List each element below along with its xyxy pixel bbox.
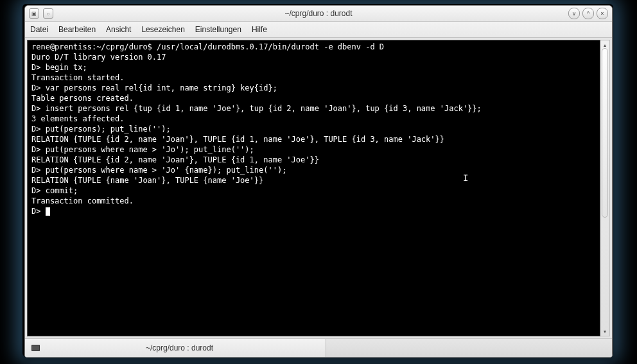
scrollbar[interactable]: ▴ ▾ xyxy=(600,40,610,336)
menubar: Datei Bearbeiten Ansicht Lesezeichen Ein… xyxy=(25,22,612,38)
scroll-track[interactable] xyxy=(600,48,609,328)
terminal-line: RELATION {TUPLE {id 2, name 'Joan'}, TUP… xyxy=(31,155,596,165)
menu-edit[interactable]: Bearbeiten xyxy=(58,25,96,34)
terminal-line: rene@prentiss:~/cprg/duro$ /usr/local/du… xyxy=(31,42,596,52)
terminal-line: D> xyxy=(31,206,596,216)
pin-button[interactable]: ○ xyxy=(43,8,53,19)
terminal-output[interactable]: rene@prentiss:~/cprg/duro$ /usr/local/du… xyxy=(27,40,600,336)
menu-bookmarks[interactable]: Lesezeichen xyxy=(141,25,184,34)
tab-label: ~/cprg/duro : durodt xyxy=(45,343,314,352)
scroll-down-icon[interactable]: ▾ xyxy=(602,328,608,334)
terminal-line: D> put(persons where name > 'Jo'); put_l… xyxy=(31,144,596,155)
terminal-line: D> put(persons); put_line(''); xyxy=(31,124,596,134)
titlebar: ▣ ○ ~/cprg/duro : durodt v ^ × xyxy=(25,6,612,22)
minimize-button[interactable]: v xyxy=(568,8,580,19)
tabbar: ~/cprg/duro : durodt xyxy=(25,338,612,357)
terminal-line: Transaction started. xyxy=(31,73,596,83)
terminal-line: RELATION {TUPLE {name 'Joan'}, TUPLE {na… xyxy=(31,175,596,186)
terminal-line: D> commit; xyxy=(31,186,596,196)
app-icon: ▣ xyxy=(29,8,39,19)
menu-settings[interactable]: Einstellungen xyxy=(195,25,241,34)
scroll-thumb[interactable] xyxy=(602,48,608,218)
terminal-line: Duro D/T library version 0.17 xyxy=(31,52,596,62)
close-button[interactable]: × xyxy=(597,8,608,19)
terminal-line: 3 elements affected. xyxy=(31,114,596,124)
terminal-line: D> begin tx; xyxy=(31,62,596,73)
window-title: ~/cprg/duro : durodt xyxy=(284,9,352,18)
block-cursor xyxy=(46,207,50,216)
terminal-line: RELATION {TUPLE {id 2, name 'Joan'}, TUP… xyxy=(31,134,596,144)
terminal-line: Table persons created. xyxy=(31,93,596,103)
terminal-icon xyxy=(31,345,40,351)
terminal-line: D> put(persons where name > 'Jo' {name})… xyxy=(31,165,596,175)
terminal-line: Transaction committed. xyxy=(31,196,596,206)
terminal-line: D> var persons real rel{id int, name str… xyxy=(31,83,596,93)
scroll-up-icon[interactable]: ▴ xyxy=(602,42,608,48)
terminal-line: D> insert persons rel {tup {id 1, name '… xyxy=(31,103,596,114)
menu-file[interactable]: Datei xyxy=(30,25,48,34)
menu-view[interactable]: Ansicht xyxy=(106,25,131,34)
menu-help[interactable]: Hilfe xyxy=(252,25,267,34)
tab-active[interactable]: ~/cprg/duro : durodt xyxy=(25,339,326,357)
terminal-window: ▣ ○ ~/cprg/duro : durodt v ^ × Datei Bea… xyxy=(24,5,613,358)
maximize-button[interactable]: ^ xyxy=(582,8,594,19)
